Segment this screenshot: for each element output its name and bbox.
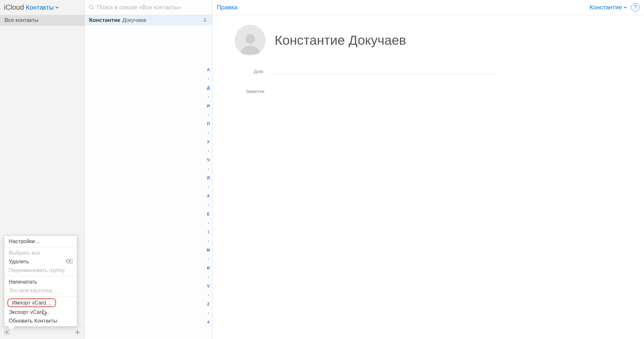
index-letter[interactable]: Ч — [207, 158, 210, 162]
detail-header: Правка Константие ? — [212, 0, 644, 15]
index-dot: • — [208, 221, 209, 225]
index-letter[interactable]: I — [208, 230, 209, 234]
gear-menu: Настройки… Выбрать все Удалить Переимено… — [4, 235, 77, 327]
svg-point-2 — [204, 18, 206, 19]
index-dot: • — [208, 95, 209, 99]
menu-rename-group: Переименовать группу — [4, 266, 77, 275]
app-switcher[interactable]: Контакты — [26, 4, 59, 11]
index-letter[interactable]: R — [207, 266, 210, 270]
gear-button[interactable] — [3, 329, 10, 337]
contact-full-name: Константие Докучаев — [275, 33, 406, 48]
search-icon — [89, 5, 94, 10]
contact-row[interactable]: Константие Докучаев — [85, 15, 212, 25]
plus-icon — [74, 329, 81, 336]
avatar-placeholder-icon — [239, 30, 262, 56]
index-dot: • — [208, 113, 209, 117]
menu-import-vcard[interactable]: Импорт vCard… — [7, 298, 56, 307]
help-button[interactable]: ? — [631, 3, 639, 12]
svg-point-1 — [89, 5, 93, 9]
gear-icon — [3, 329, 10, 336]
index-dot: • — [208, 311, 209, 315]
chevron-down-icon — [623, 5, 627, 9]
menu-separator — [4, 296, 77, 297]
alpha-index[interactable]: А • Д • И • П • У • Ч • Я • A • E • I • … — [207, 68, 210, 325]
header-right: Константие ? — [590, 3, 639, 12]
contact-card: Константие Докучаев Дом. Заметки — [212, 15, 644, 99]
field-home-label: Дом. — [235, 69, 270, 74]
index-letter[interactable]: У — [207, 140, 209, 144]
svg-point-3 — [245, 34, 255, 44]
sidebar-header: iCloud Контакты — [0, 0, 84, 15]
chevron-down-icon — [55, 5, 59, 9]
app-root: iCloud Контакты Все контакты Настройки… … — [0, 0, 644, 339]
menu-print[interactable]: Напечатать — [4, 278, 77, 286]
group-item-label: Все контакты — [5, 17, 38, 23]
avatar[interactable] — [235, 25, 266, 56]
index-dot: • — [208, 239, 209, 243]
index-letter[interactable]: # — [207, 320, 210, 325]
app-switcher-label: Контакты — [26, 4, 53, 11]
contact-first-name: Константие — [89, 17, 120, 24]
add-button[interactable] — [74, 329, 81, 337]
help-icon: ? — [634, 4, 637, 11]
brand-label: iCloud — [4, 3, 24, 12]
index-letter[interactable]: A — [207, 194, 210, 198]
index-letter[interactable]: V — [207, 284, 210, 288]
index-letter[interactable]: E — [207, 212, 210, 216]
user-menu[interactable]: Константие — [590, 4, 627, 11]
group-item-all[interactable]: Все контакты — [0, 15, 84, 26]
contacts-list-column: Константие Докучаев А • Д • И • П • У • … — [85, 0, 212, 339]
menu-delete[interactable]: Удалить — [4, 257, 77, 266]
field-notes: Заметки — [235, 88, 631, 94]
index-dot: • — [208, 275, 209, 279]
menu-separator — [4, 247, 77, 247]
contact-detail: Правка Константие ? Константие Докучаев … — [212, 0, 644, 339]
contact-last-name: Докучаев — [122, 17, 146, 24]
field-home: Дом. — [235, 68, 631, 74]
user-menu-label: Константие — [590, 4, 622, 11]
edit-button[interactable]: Правка — [217, 4, 237, 11]
index-dot: • — [208, 149, 209, 153]
index-letter[interactable]: П — [207, 122, 210, 126]
index-dot: • — [208, 203, 209, 207]
menu-select-all: Выбрать все — [4, 249, 77, 257]
menu-refresh[interactable]: Обновить Контакты — [4, 316, 77, 325]
menu-export-vcard[interactable]: Экспорт vCard… — [4, 308, 77, 316]
index-dot: • — [208, 131, 209, 135]
index-dot: • — [208, 293, 209, 297]
index-letter[interactable]: Я — [207, 176, 210, 180]
index-letter[interactable]: И — [207, 104, 210, 108]
index-dot: • — [208, 167, 209, 171]
index-dot: • — [208, 77, 209, 81]
me-card-icon — [203, 17, 207, 24]
menu-preferences[interactable]: Настройки… — [4, 237, 77, 246]
field-notes-label: Заметки — [235, 89, 270, 94]
index-letter[interactable]: Д — [207, 86, 210, 90]
groups-sidebar: iCloud Контакты Все контакты Настройки… … — [0, 0, 85, 339]
search-input[interactable] — [97, 4, 208, 11]
index-letter[interactable]: Z — [207, 302, 209, 306]
index-dot: • — [208, 185, 209, 189]
index-letter[interactable]: А — [207, 68, 210, 72]
menu-separator — [4, 276, 77, 276]
backspace-icon — [66, 259, 72, 265]
card-head: Константие Докучаев — [235, 25, 631, 56]
index-letter[interactable]: M — [207, 248, 210, 252]
field-notes-value[interactable] — [270, 88, 496, 94]
index-dot: • — [208, 257, 209, 261]
field-home-value[interactable] — [270, 68, 496, 74]
menu-my-card: Это моя карточка — [4, 286, 77, 295]
svg-point-0 — [6, 331, 8, 333]
search-bar — [85, 0, 212, 15]
